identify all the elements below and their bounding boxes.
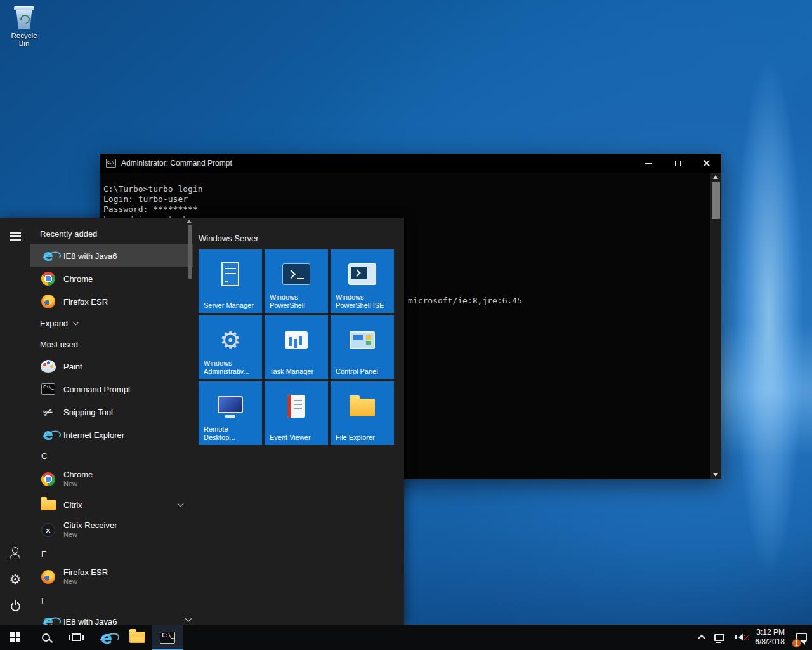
start-app-firefox-esr-new[interactable]: Firefox ESR New	[30, 563, 193, 591]
new-badge: New	[63, 577, 108, 587]
tray-overflow-button[interactable]	[694, 625, 709, 650]
start-app-firefox-esr[interactable]: Firefox ESR	[30, 290, 193, 313]
firefox-icon	[41, 570, 55, 584]
system-tray: 3:12 PM 6/8/2018 1	[694, 625, 812, 650]
tile-label: Windows PowerShell ISE	[336, 293, 391, 310]
search-icon	[42, 633, 50, 642]
tile-group-label[interactable]: Windows Server	[199, 227, 404, 249]
start-folder-citrix[interactable]: Citrix	[30, 493, 193, 516]
cmd-icon	[160, 632, 175, 644]
tile-area: Windows Server Server Manager Windows Po…	[193, 218, 404, 625]
terminal-line: C:\Turbo>turbo login	[103, 184, 705, 194]
control-panel-icon	[350, 331, 375, 349]
app-label: Command Prompt	[63, 385, 130, 394]
powershell-icon	[282, 263, 310, 285]
file-explorer-icon	[350, 399, 375, 416]
start-app-snipping-tool[interactable]: Snipping Tool	[30, 401, 193, 423]
section-most-used: Most used	[30, 333, 193, 355]
list-scrollbar-thumb[interactable]	[188, 225, 192, 279]
tile-label: Task Manager	[270, 368, 325, 376]
letter-header-i[interactable]: I	[30, 591, 193, 610]
scrollbar-thumb[interactable]	[712, 182, 720, 219]
taskbar: 3:12 PM 6/8/2018 1	[0, 625, 812, 650]
clock[interactable]: 3:12 PM 6/8/2018	[749, 625, 791, 650]
cmd-scrollbar[interactable]	[710, 173, 721, 479]
power-button[interactable]	[0, 593, 30, 620]
start-menu: Recently added IE8 with Java6 Chrome Fir…	[0, 218, 404, 625]
scissors-icon	[41, 404, 55, 420]
recycle-bin-body	[16, 10, 32, 29]
chrome-icon	[41, 472, 55, 486]
tile-label: Windows PowerShell	[270, 293, 325, 310]
tile-windows-powershell-ise[interactable]: Windows PowerShell ISE	[331, 249, 394, 313]
expand-menu-button[interactable]	[0, 223, 30, 249]
chrome-icon	[41, 272, 55, 286]
minimize-icon	[645, 163, 652, 164]
scroll-up-icon[interactable]	[713, 175, 718, 179]
notification-badge: 1	[792, 639, 801, 648]
ie-icon	[43, 248, 53, 263]
admin-tools-icon	[219, 328, 241, 352]
firefox-icon	[41, 295, 55, 308]
tile-file-explorer[interactable]: File Explorer	[331, 381, 394, 445]
list-scroll-up-icon[interactable]	[187, 220, 192, 223]
expand-label: Expand	[40, 319, 68, 328]
start-app-ie8-with-java6[interactable]: IE8 with Java6	[30, 244, 193, 267]
app-label: Citrix Receiver	[63, 521, 117, 530]
windows-logo-icon	[10, 632, 20, 642]
new-badge: New	[63, 479, 93, 489]
tile-windows-powershell[interactable]: Windows PowerShell	[265, 249, 328, 313]
tile-server-manager[interactable]: Server Manager	[199, 249, 262, 313]
ie-icon	[43, 614, 53, 625]
action-center-button[interactable]: 1	[791, 625, 812, 650]
hamburger-icon	[10, 232, 21, 241]
maximize-button[interactable]	[663, 154, 692, 173]
folder-icon	[129, 632, 145, 643]
start-menu-rail	[0, 218, 30, 625]
search-button[interactable]	[30, 625, 61, 650]
power-icon	[11, 602, 20, 611]
expand-button[interactable]: Expand	[30, 313, 193, 333]
paint-icon	[41, 360, 56, 373]
close-button[interactable]	[692, 154, 721, 173]
tile-control-panel[interactable]: Control Panel	[331, 315, 394, 379]
start-app-chrome[interactable]: Chrome	[30, 267, 193, 290]
volume-button[interactable]	[730, 625, 749, 650]
powershell-ise-icon	[348, 263, 376, 285]
recycle-bin[interactable]: Recycle Bin	[5, 4, 43, 47]
tile-label: Remote Desktop...	[204, 425, 259, 442]
chevron-down-icon	[73, 319, 79, 325]
task-view-icon	[72, 633, 81, 641]
start-app-citrix-receiver[interactable]: Citrix Receiver New	[30, 516, 193, 544]
tile-label: Server Manager	[204, 302, 259, 310]
settings-button[interactable]	[0, 566, 30, 593]
app-label: Chrome	[63, 470, 93, 479]
server-manager-icon	[221, 262, 239, 286]
tile-remote-desktop[interactable]: Remote Desktop...	[199, 381, 262, 445]
user-button[interactable]	[0, 540, 30, 566]
start-app-paint[interactable]: Paint	[30, 355, 193, 378]
minimize-button[interactable]	[634, 154, 663, 173]
taskbar-command-prompt[interactable]	[152, 625, 183, 650]
start-app-command-prompt[interactable]: Command Prompt	[30, 378, 193, 401]
clock-date: 6/8/2018	[755, 637, 785, 647]
cmd-titlebar[interactable]: Administrator: Command Prompt	[100, 154, 721, 173]
tile-task-manager[interactable]: Task Manager	[265, 315, 328, 379]
scroll-down-icon[interactable]	[713, 473, 718, 477]
start-app-internet-explorer[interactable]: Internet Explorer	[30, 423, 193, 446]
network-status-button[interactable]	[709, 625, 730, 650]
start-button[interactable]	[0, 625, 30, 650]
letter-header-c[interactable]: C	[30, 446, 193, 465]
taskbar-file-explorer[interactable]	[122, 625, 152, 650]
task-view-button[interactable]	[61, 625, 91, 650]
tile-event-viewer[interactable]: Event Viewer	[265, 381, 328, 445]
tile-label: File Explorer	[336, 434, 391, 442]
app-label: Citrix	[63, 500, 82, 510]
start-app-chrome-new[interactable]: Chrome New	[30, 465, 193, 493]
tile-windows-administrative-tools[interactable]: Windows Administrativ...	[199, 315, 262, 379]
event-viewer-icon	[287, 395, 305, 418]
start-app-ie8-with-java6-bottom[interactable]: IE8 with Java6	[30, 610, 193, 625]
taskbar-internet-explorer[interactable]	[91, 625, 122, 650]
new-badge: New	[63, 530, 117, 540]
letter-header-f[interactable]: F	[30, 544, 193, 563]
